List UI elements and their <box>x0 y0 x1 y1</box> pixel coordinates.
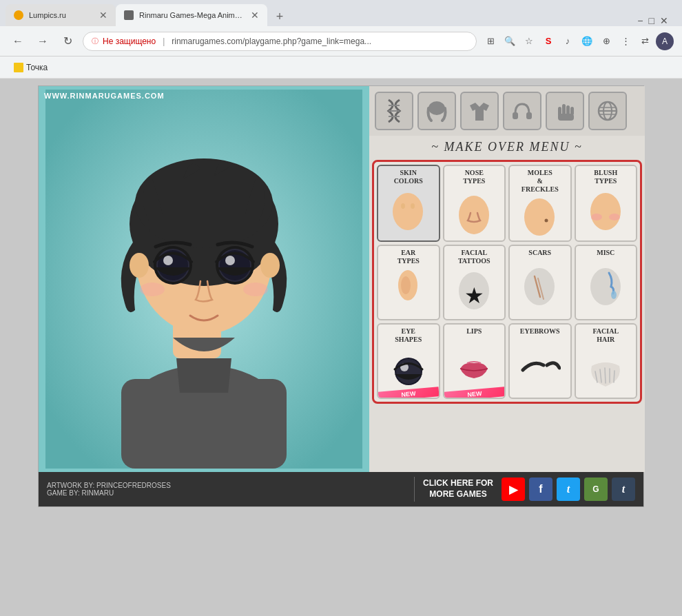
sync-icon[interactable]: ⇄ <box>637 33 653 50</box>
menu-item-eye-shapes[interactable]: EYESHAPES <box>377 323 440 399</box>
hair-icon-btn[interactable] <box>417 92 456 130</box>
tab-label-rinmaru: Rinmaru Games-Mega Anime Av... <box>139 11 245 19</box>
svg-point-24 <box>428 101 445 115</box>
skin-colors-label: SKINCOLORS <box>394 169 423 185</box>
search-icon[interactable]: 🔍 <box>502 33 518 50</box>
menu-item-lips[interactable]: LIPS NEW <box>443 323 506 399</box>
social-icons: ▶ f t G t <box>502 478 635 501</box>
star-icon[interactable]: ☆ <box>521 33 537 50</box>
facial-hair-label: FACIALHAIR <box>592 327 619 344</box>
game-inner: WWW.RINMARUGAMES.COM <box>39 86 643 506</box>
game-container: WWW.RINMARUGAMES.COM <box>38 85 644 507</box>
tab-close-lumpics[interactable]: ✕ <box>99 10 107 21</box>
globe-icon-btn[interactable] <box>588 92 627 130</box>
music-icon[interactable]: ♪ <box>559 33 576 50</box>
game-button[interactable]: G <box>584 478 608 501</box>
page-content: WWW.RINMARUGAMES.COM <box>0 79 682 616</box>
svg-point-40 <box>459 196 489 234</box>
nav-icons: ⊞ 🔍 ☆ S ♪ 🌐 ⊕ ⋮ ⇄ A <box>482 32 674 50</box>
maximize-button[interactable]: □ <box>649 15 654 26</box>
bookmark-tochka[interactable]: Точка <box>8 61 53 74</box>
folder-icon <box>14 63 23 72</box>
svg-point-8 <box>260 253 280 278</box>
vpn-icon[interactable]: 🌐 <box>579 33 595 50</box>
nose-types-label: NOSETYPES <box>463 169 485 185</box>
watermark: WWW.RINMARUGAMES.COM <box>44 92 165 100</box>
tab-rinmaru[interactable]: Rinmaru Games-Mega Anime Av... ✕ <box>116 4 267 26</box>
blush-types-preview <box>579 188 634 238</box>
svg-rect-26 <box>526 112 532 119</box>
menu-item-scars[interactable]: SCARS <box>508 245 572 320</box>
menu-item-moles-freckles[interactable]: MOLES&FRECKLES <box>508 165 572 242</box>
menu-item-blush-types[interactable]: BLUSHTYPES <box>575 165 638 242</box>
translate-icon[interactable]: ⊞ <box>482 33 499 50</box>
forward-button[interactable]: → <box>33 32 52 51</box>
nose-types-preview <box>447 188 502 238</box>
svg-point-52 <box>611 291 617 299</box>
scars-preview <box>513 260 568 316</box>
eyebrows-preview <box>513 338 568 395</box>
address-bar[interactable]: ⓘ Не защищено | rinmarugames.com/playgam… <box>83 32 477 51</box>
svg-text:★: ★ <box>464 283 484 308</box>
svg-rect-27 <box>562 104 566 115</box>
youtube-button[interactable]: ▶ <box>502 478 525 501</box>
svg-point-38 <box>401 203 405 209</box>
blush-types-label: BLUSHTYPES <box>594 169 617 185</box>
menu-item-facial-hair[interactable]: FACIALHAIR <box>575 323 638 399</box>
extensions-icon[interactable]: ⊕ <box>598 33 614 50</box>
right-panel: ~ MAKE OVER MENU ~ SKINCOLORS <box>369 86 645 472</box>
divider: | <box>163 37 165 46</box>
svg-point-47 <box>401 276 411 294</box>
svg-point-12 <box>163 256 173 265</box>
menu-icon[interactable]: ⋮ <box>617 33 634 50</box>
facial-tattoos-preview: ★ <box>447 268 502 316</box>
headphones-icon-btn[interactable] <box>503 92 541 130</box>
menu-item-skin-colors[interactable]: SKINCOLORS <box>377 165 440 242</box>
close-button[interactable]: ✕ <box>660 15 668 26</box>
dna-icon-btn[interactable] <box>375 92 413 130</box>
not-secure-label: Не защищено <box>103 37 156 46</box>
svg-point-50 <box>524 268 555 305</box>
bookmark-label: Точка <box>26 63 48 72</box>
menu-item-ear-types[interactable]: EARTYPES <box>377 245 440 320</box>
svg-point-37 <box>393 193 423 230</box>
menu-item-misc[interactable]: MISC <box>575 245 638 320</box>
antivirus-icon[interactable]: S <box>540 33 557 50</box>
svg-point-17 <box>225 256 235 265</box>
svg-point-45 <box>609 214 620 220</box>
grid-menu: SKINCOLORS NOSETYPES <box>372 160 642 404</box>
tab-lumpics[interactable]: Lumpics.ru ✕ <box>6 4 116 26</box>
hand-icon-btn[interactable] <box>546 92 584 130</box>
scars-label: SCARS <box>528 249 551 257</box>
facebook-button[interactable]: f <box>529 478 552 501</box>
moles-freckles-preview <box>513 196 568 238</box>
facial-tattoos-label: FACIALTATTOOS <box>458 249 490 265</box>
svg-rect-25 <box>513 112 518 119</box>
top-icons <box>369 86 645 136</box>
back-button[interactable]: ← <box>8 32 28 51</box>
game-main: WWW.RINMARUGAMES.COM <box>39 86 645 472</box>
refresh-button[interactable]: ↻ <box>58 32 77 51</box>
shirt-icon-btn[interactable] <box>460 92 499 130</box>
twitter-button[interactable]: t <box>557 478 580 501</box>
character-display <box>39 86 369 472</box>
tab-close-rinmaru[interactable]: ✕ <box>251 10 259 21</box>
misc-label: MISC <box>597 249 614 257</box>
profile-icon[interactable]: A <box>656 32 674 50</box>
new-tab-button[interactable]: + <box>270 7 289 26</box>
url-text: rinmarugames.com/playgame.php?game_link=… <box>172 37 468 46</box>
lock-icon: ⓘ <box>92 37 99 46</box>
menu-item-facial-tattoos[interactable]: FACIALTATTOOS ★ <box>443 245 506 320</box>
menu-item-nose-types[interactable]: NOSETYPES <box>443 165 506 242</box>
tumblr-button[interactable]: t <box>612 478 635 501</box>
svg-point-20 <box>243 283 268 296</box>
bottom-bar: ARTWORK BY: PRINCEOFREDROSES GAME BY: RI… <box>39 472 643 506</box>
svg-point-19 <box>140 283 165 296</box>
click-here-button[interactable]: CLICK HERE FORMORE GAMES <box>423 478 493 500</box>
menu-title: ~ MAKE OVER MENU ~ <box>369 136 645 158</box>
ear-types-label: EARTYPES <box>397 249 420 265</box>
svg-point-44 <box>591 214 602 220</box>
svg-rect-28 <box>566 105 570 115</box>
minimize-button[interactable]: − <box>637 15 643 26</box>
menu-item-eyebrows[interactable]: EYEBROWS <box>508 323 572 399</box>
